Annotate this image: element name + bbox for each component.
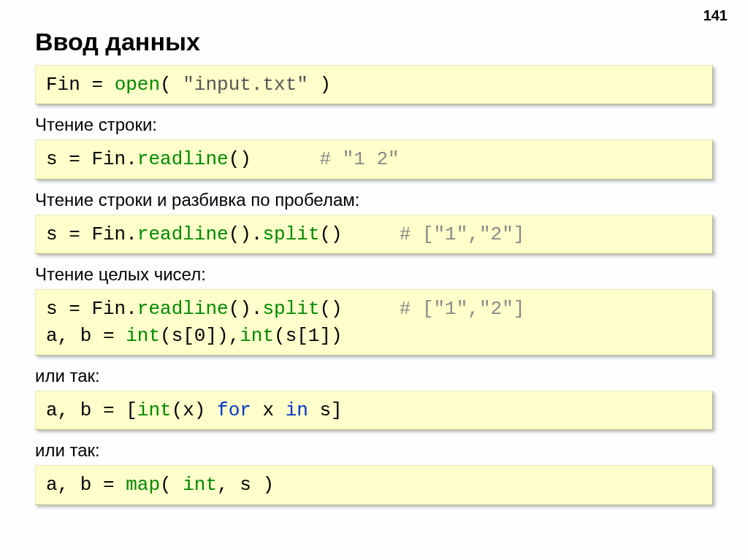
code-token: int: [183, 474, 217, 496]
code-token: ().: [229, 223, 263, 245]
code-token: "input.txt": [183, 74, 308, 96]
code-token: split: [262, 298, 319, 320]
code-token: split: [262, 223, 319, 245]
code-token: readline: [137, 298, 229, 320]
code-token: readline: [137, 148, 229, 170]
code-token: readline: [137, 223, 229, 245]
code-token: s = Fin.: [46, 223, 137, 245]
code-token: # "1 2": [319, 148, 399, 170]
code-token: s]: [308, 399, 343, 421]
section-label: Чтение строки и разбивка по пробелам:: [35, 190, 713, 210]
code-token: # ["1","2"]: [400, 223, 525, 245]
code-token: (s[1]): [274, 325, 343, 347]
code-block: s = Fin.readline().split() # ["1","2"]: [35, 215, 713, 254]
code-token: s = Fin.: [46, 298, 137, 320]
section-label: Чтение целых чисел:: [35, 264, 713, 285]
code-token: Fin =: [46, 74, 115, 96]
section-label: Чтение строки:: [35, 115, 713, 135]
section-label: или так:: [35, 366, 713, 386]
code-token: in: [286, 399, 308, 421]
code-token: a, b = [: [46, 399, 137, 421]
code-token: map: [126, 474, 160, 496]
code-block: Fin = open( "input.txt" ): [35, 65, 713, 104]
code-block: a, b = map( int, s ): [35, 465, 713, 505]
code-block: s = Fin.readline() # "1 2": [35, 139, 713, 179]
code-token: a, b =: [46, 325, 126, 347]
page-number: 141: [703, 7, 728, 24]
code-token: int: [240, 325, 274, 347]
code-token: open: [115, 74, 160, 96]
code-token: for: [217, 399, 251, 421]
code-token: # ["1","2"]: [400, 298, 525, 320]
content-area: Fin = open( "input.txt" )Чтение строки:s…: [35, 65, 713, 505]
code-token: int: [126, 325, 160, 347]
code-token: x: [251, 399, 286, 421]
page-title: Ввод данных: [35, 28, 713, 56]
code-token: ): [308, 74, 331, 96]
code-block: a, b = [int(x) for x in s]: [35, 391, 713, 430]
section-label: или так:: [35, 440, 713, 461]
code-token: (x): [172, 399, 217, 421]
code-token: ().: [229, 298, 263, 320]
code-token: (: [160, 74, 183, 96]
code-token: (): [229, 148, 320, 170]
code-token: (: [160, 474, 183, 496]
code-block: s = Fin.readline().split() # ["1","2"] a…: [35, 289, 713, 356]
code-token: (): [319, 223, 399, 245]
code-token: , s ): [217, 474, 274, 496]
code-token: a, b =: [46, 474, 126, 496]
code-token: (): [319, 298, 399, 320]
code-token: s = Fin.: [46, 148, 137, 170]
code-token: (s[0]),: [160, 325, 240, 347]
code-token: int: [137, 399, 172, 421]
